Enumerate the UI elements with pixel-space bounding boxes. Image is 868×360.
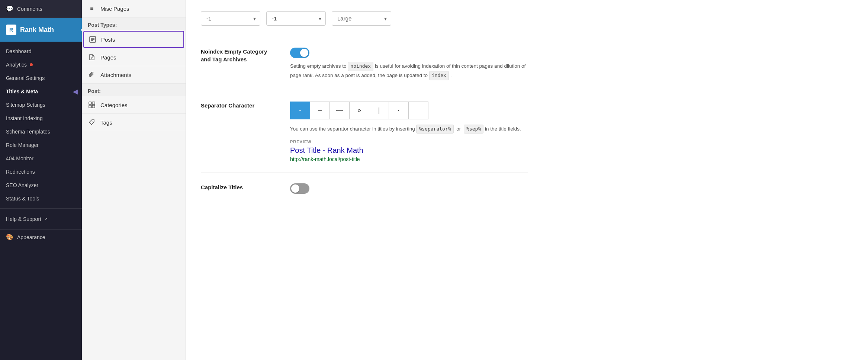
sep-code1: %separator% xyxy=(416,125,453,134)
capitalize-toggle[interactable] xyxy=(290,183,309,194)
sidebar-item-seo-analyzer[interactable]: SEO Analyzer xyxy=(0,179,82,192)
noindex-label-col: Noindex Empty Category and Tag Archives xyxy=(201,48,275,63)
help-support-label: Help & Support xyxy=(6,216,41,222)
sidebar-item-status-tools[interactable]: Status & Tools xyxy=(0,192,82,205)
sub-sidebar-item-tags[interactable]: Tags xyxy=(82,114,186,131)
rank-math-title: Rank Math xyxy=(20,26,54,34)
attachments-label: Attachments xyxy=(100,72,131,78)
sub-sidebar-item-attachments[interactable]: Attachments xyxy=(82,66,186,84)
posts-label: Posts xyxy=(101,36,115,43)
sep-desc-suffix: in the title fields. xyxy=(485,126,521,132)
404-monitor-label: 404 Monitor xyxy=(6,155,33,161)
dropdown3[interactable]: Large Medium Small xyxy=(332,11,391,26)
capitalize-setting-row: Capitalize Titles xyxy=(201,183,528,197)
sep-btn-custom[interactable] xyxy=(408,102,428,119)
pages-icon xyxy=(88,53,96,61)
noindex-label: Noindex Empty Category and Tag Archives xyxy=(201,48,275,63)
sep-btn-emdash[interactable]: — xyxy=(329,102,350,119)
svg-rect-7 xyxy=(92,102,95,105)
sep-btn-pipe[interactable]: | xyxy=(369,102,389,119)
sep-code2: %sep% xyxy=(464,125,483,134)
main-content: -1 -1 Large Medium Small Noindex Empty C… xyxy=(186,0,868,360)
sidebar-item-help-support[interactable]: Help & Support ↗ xyxy=(0,212,82,226)
sub-sidebar: ≡ Misc Pages Post Types: Posts Pages xyxy=(82,0,186,360)
noindex-code2: index xyxy=(429,71,449,80)
sidebar-item-404-monitor[interactable]: 404 Monitor xyxy=(0,152,82,165)
sidebar-item-schema-templates[interactable]: Schema Templates xyxy=(0,125,82,138)
separator-label-col: Separator Character xyxy=(201,102,275,109)
noindex-setting-row: Noindex Empty Category and Tag Archives … xyxy=(201,48,528,80)
role-manager-label: Role Manager xyxy=(6,142,39,148)
separator-content: - – — » | · You can use the separator ch… xyxy=(290,102,528,163)
sep-btn-bullet[interactable]: · xyxy=(389,102,409,119)
sidebar-footer: Help & Support ↗ xyxy=(0,208,82,229)
capitalize-label: Capitalize Titles xyxy=(201,183,275,191)
capitalize-label-col: Capitalize Titles xyxy=(201,183,275,191)
sep-btn-dash[interactable]: - xyxy=(290,102,310,119)
capitalize-content xyxy=(290,183,528,197)
sidebar-item-sitemap-settings[interactable]: Sitemap Settings xyxy=(0,98,82,112)
misc-pages-label: Misc Pages xyxy=(100,6,129,12)
sidebar-item-general-settings[interactable]: General Settings xyxy=(0,71,82,85)
sub-sidebar-item-misc-pages[interactable]: ≡ Misc Pages xyxy=(82,0,186,17)
sep-btn-hyphen[interactable]: – xyxy=(310,102,330,119)
attachments-icon xyxy=(88,71,96,79)
divider-3 xyxy=(201,173,528,173)
general-settings-label: General Settings xyxy=(6,75,45,81)
sub-sidebar-item-posts[interactable]: Posts xyxy=(83,31,184,48)
analytics-notification-dot xyxy=(30,63,33,66)
preview-title: Post Title - Rank Math xyxy=(290,146,528,155)
appearance-label: Appearance xyxy=(17,234,45,240)
dropdown2-wrap[interactable]: -1 xyxy=(266,11,326,26)
divider-2 xyxy=(201,91,528,91)
dashboard-label: Dashboard xyxy=(6,48,32,54)
separator-description: You can use the separator character in t… xyxy=(290,125,528,134)
sidebar-item-comments[interactable]: 💬 Comments xyxy=(0,0,82,18)
noindex-desc-end: . xyxy=(450,73,452,78)
svg-rect-6 xyxy=(89,102,91,105)
sidebar-item-role-manager[interactable]: Role Manager xyxy=(0,138,82,152)
capitalize-toggle-wrap xyxy=(290,183,528,194)
dropdown2[interactable]: -1 xyxy=(266,11,326,26)
noindex-toggle-wrap xyxy=(290,48,528,58)
separator-setting-row: Separator Character - – — » | · You can … xyxy=(201,102,528,163)
sidebar-collapse-button[interactable]: ◀ xyxy=(78,26,82,33)
sidebar-item-analytics[interactable]: Analytics xyxy=(0,58,82,71)
noindex-description: Setting empty archives to noindex is use… xyxy=(290,62,528,80)
svg-rect-9 xyxy=(92,105,95,108)
sub-sidebar-item-pages[interactable]: Pages xyxy=(82,49,186,66)
divider-1 xyxy=(201,37,528,37)
sidebar-item-appearance[interactable]: 🎨 Appearance xyxy=(0,229,82,244)
separator-buttons: - – — » | · xyxy=(290,102,528,119)
post-section-label: Post: xyxy=(82,84,186,96)
instant-indexing-label: Instant Indexing xyxy=(6,115,43,121)
dropdown1-wrap[interactable]: -1 xyxy=(201,11,260,26)
rank-math-header: R Rank Math ◀ xyxy=(0,18,82,42)
sidebar-item-titles-meta[interactable]: Titles & Meta ◀ xyxy=(0,85,82,98)
sidebar-item-dashboard[interactable]: Dashboard xyxy=(0,45,82,58)
categories-icon xyxy=(88,101,96,109)
sep-btn-raquo[interactable]: » xyxy=(349,102,369,119)
status-tools-label: Status & Tools xyxy=(6,196,39,202)
appearance-icon: 🎨 xyxy=(6,234,13,241)
rank-math-logo: R xyxy=(6,25,16,35)
comments-label: Comments xyxy=(17,6,42,12)
comments-icon: 💬 xyxy=(6,5,13,12)
redirections-label: Redirections xyxy=(6,169,35,175)
noindex-toggle[interactable] xyxy=(290,48,309,58)
noindex-desc-part1: Setting empty archives to xyxy=(290,63,347,69)
top-dropdowns-row: -1 -1 Large Medium Small xyxy=(201,11,528,26)
dropdown1[interactable]: -1 xyxy=(201,11,260,26)
svg-rect-8 xyxy=(89,105,91,108)
sep-or-text: or xyxy=(456,126,461,132)
categories-label: Categories xyxy=(100,102,128,108)
preview-url: http://rank-math.local/post-title xyxy=(290,156,528,162)
noindex-code1: noindex xyxy=(348,62,373,71)
sidebar-item-instant-indexing[interactable]: Instant Indexing xyxy=(0,112,82,125)
sub-sidebar-item-categories[interactable]: Categories xyxy=(82,96,186,114)
sidebar: 💬 Comments R Rank Math ◀ Dashboard Analy… xyxy=(0,0,82,360)
sidebar-item-redirections[interactable]: Redirections xyxy=(0,165,82,179)
dropdown3-wrap[interactable]: Large Medium Small xyxy=(332,11,391,26)
posts-icon xyxy=(89,35,97,44)
tags-label: Tags xyxy=(100,119,112,126)
